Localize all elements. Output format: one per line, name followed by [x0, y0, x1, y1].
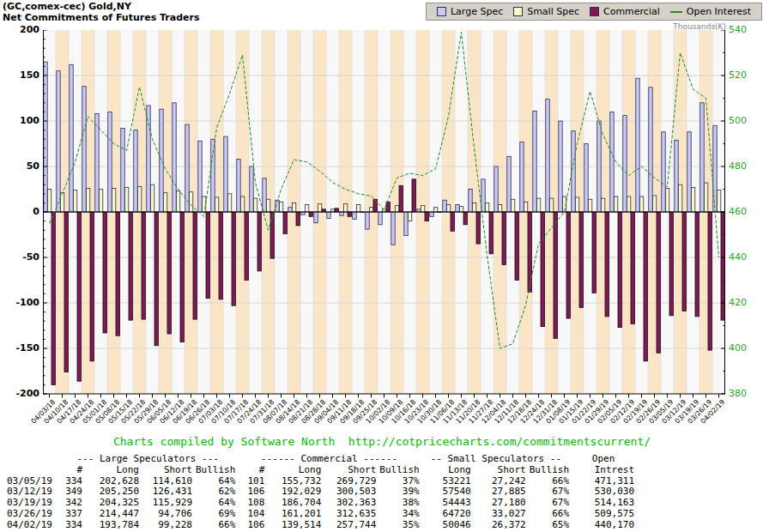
right-axis-tick-label: 540	[729, 24, 761, 35]
value-cell: 99,228	[141, 520, 194, 531]
value-cell: 33,027	[473, 509, 528, 520]
value-cell: 66%	[528, 509, 571, 520]
value-cell: 104	[237, 509, 266, 520]
small-spec-swatch-icon	[513, 7, 523, 16]
table-column-header: Long	[421, 465, 473, 476]
left-axis-tick-label: -50	[0, 251, 39, 263]
value-cell: 106	[237, 520, 266, 531]
value-cell: 26,372	[473, 520, 528, 531]
table-group-header: -- Small Speculators --	[421, 454, 571, 465]
left-axis-tick-label: 150	[0, 70, 39, 81]
legend-label: Commercial	[603, 6, 660, 17]
value-cell: 214,447	[84, 509, 141, 520]
left-axis-tick-label: 100	[0, 115, 39, 126]
report-date-cell: 03/26/19	[5, 509, 58, 520]
left-axis-tick-label: -100	[0, 297, 39, 308]
right-axis-tick-label: 420	[729, 297, 761, 308]
table-group-header: Open	[571, 454, 636, 465]
left-axis-tick-label: 200	[0, 24, 39, 35]
value-cell: 35%	[378, 520, 421, 531]
left-axis-tick-label: -200	[0, 388, 39, 399]
plot-area	[43, 30, 725, 399]
right-axis-tick-label: 480	[729, 160, 761, 172]
table-column-header: Intrest	[571, 465, 636, 476]
chart-title: (GC,comex-cec) Gold,NY	[3, 1, 200, 12]
value-cell: 337	[58, 509, 84, 520]
left-axis-tick-label: 0	[0, 206, 39, 217]
right-axis-tick-label: 380	[729, 388, 761, 399]
table-body: 03/05/19334202,628114,61064%101155,73226…	[5, 476, 636, 531]
table-column-header: #	[237, 465, 266, 476]
table-column-header: Long	[266, 465, 323, 476]
left-axis-tick-label: -150	[0, 342, 39, 354]
value-cell: 334	[58, 520, 84, 531]
value-cell: 161,201	[266, 509, 323, 520]
table-column-header-row: #LongShortBullish#LongShortBullishLongSh…	[5, 465, 636, 476]
table-column-header: #	[58, 465, 84, 476]
table-column-header: Bullish	[528, 465, 571, 476]
table-group-header: --- Large Speculators ---	[58, 454, 237, 465]
value-cell: 34%	[378, 509, 421, 520]
legend-label: Large Spec	[451, 6, 503, 17]
table-column-header: Short	[323, 465, 378, 476]
table-column-header	[5, 465, 58, 476]
legend-item-large-spec: Large Spec	[437, 6, 503, 17]
table-group-header: ------ Commercial ------	[237, 454, 421, 465]
legend: Large SpecSmall SpecCommercialOpen Inter…	[426, 3, 762, 21]
legend-item-small-spec: Small Spec	[513, 6, 579, 17]
value-cell: 66%	[194, 520, 237, 531]
value-cell: 50046	[421, 520, 473, 531]
value-cell: 440,170	[571, 520, 636, 531]
table-column-header: Bullish	[378, 465, 421, 476]
large-spec-swatch-icon	[437, 7, 446, 16]
x-axis-ticks	[50, 394, 719, 398]
right-axis-tick-label: 520	[729, 70, 761, 81]
table-column-header: Short	[141, 465, 194, 476]
value-cell: 65%	[528, 520, 571, 531]
value-cell: 257,744	[323, 520, 378, 531]
table-column-header: Short	[473, 465, 528, 476]
right-axis-tick-label: 400	[729, 342, 761, 354]
plot-svg	[43, 30, 725, 399]
table-column-header: Bullish	[194, 465, 237, 476]
left-axis-tick-label: 50	[0, 160, 39, 172]
value-cell: 94,706	[141, 509, 194, 520]
title-block: (GC,comex-cec) Gold,NY Net Commitments o…	[3, 1, 200, 23]
table-head: --- Large Speculators --------- Commerci…	[5, 454, 636, 476]
legend-item-commercial: Commercial	[590, 6, 660, 17]
right-axis-tick-label: 460	[729, 206, 761, 217]
value-cell: 312,635	[323, 509, 378, 520]
value-cell: 193,784	[84, 520, 141, 531]
open-interest-swatch-icon	[670, 11, 682, 13]
value-cell: 139,514	[266, 520, 323, 531]
legend-label: Small Spec	[527, 6, 579, 17]
value-cell: 64720	[421, 509, 473, 520]
right-axis-tick-label: 500	[729, 115, 761, 126]
footer-credit: Charts compiled by Software North http:/…	[43, 435, 721, 448]
commercial-swatch-icon	[590, 7, 599, 16]
cot-chart-page: (GC,comex-cec) Gold,NY Net Commitments o…	[0, 0, 763, 532]
value-cell: 69%	[194, 509, 237, 520]
right-axis-tick-label: 440	[729, 251, 761, 263]
cot-table: --- Large Speculators --------- Commerci…	[5, 454, 636, 531]
report-date-cell: 04/02/19	[5, 520, 58, 531]
table-row: 04/02/19334193,78499,22866%106139,514257…	[5, 520, 636, 531]
legend-item-open-interest: Open Interest	[670, 6, 751, 17]
chart-subtitle: Net Commitments of Futures Traders	[3, 12, 200, 23]
table-row: 03/26/19337214,44794,70669%104161,201312…	[5, 509, 636, 520]
value-cell: 509,575	[571, 509, 636, 520]
table-group-header	[5, 454, 58, 465]
table-column-header: Long	[84, 465, 141, 476]
table-group-header-row: --- Large Speculators --------- Commerci…	[5, 454, 636, 465]
legend-label: Open Interest	[687, 6, 751, 17]
